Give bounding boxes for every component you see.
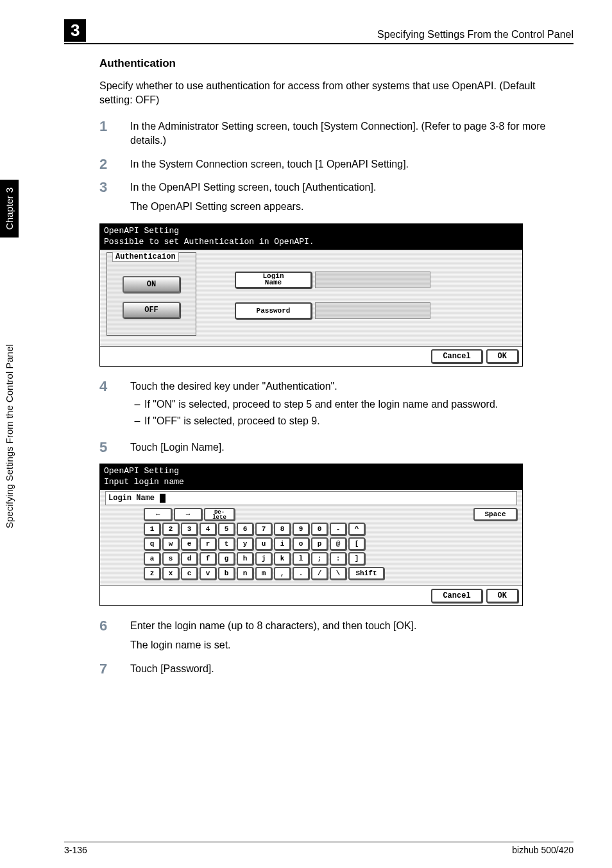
arrow-right-key[interactable]: →	[174, 508, 202, 521]
login-name-field-label: Login Name	[108, 494, 155, 503]
keyboard-key[interactable]: 8	[274, 523, 291, 535]
step-text: Touch [Password].	[130, 662, 567, 676]
screen-subtitle: Possible to set Authentication in OpenAP…	[104, 237, 518, 248]
keyboard-key[interactable]: j	[255, 552, 272, 565]
page-number: 3-136	[64, 845, 87, 855]
screen-subtitle: Input login name	[104, 477, 518, 488]
model-name: bizhub 500/420	[512, 845, 574, 855]
keyboard-key[interactable]: w	[162, 537, 179, 550]
keyboard-key[interactable]: ^	[348, 523, 365, 535]
screen-header: OpenAPI Setting Input login name	[100, 464, 522, 490]
step-text: In the Administrator Setting screen, tou…	[130, 119, 567, 148]
step-number: 3	[99, 180, 130, 214]
keyboard-key[interactable]: o	[293, 537, 309, 550]
step-text-line: The OpenAPI Setting screen appears.	[130, 200, 567, 214]
keyboard-key[interactable]: r	[200, 537, 216, 550]
step-text: Touch the desired key under "Authenticat…	[130, 379, 567, 431]
header-title: Specifying Settings From the Control Pan…	[377, 29, 574, 42]
sub-step-text: If "ON" is selected, proceed to step 5 a…	[144, 397, 498, 412]
keyboard-key[interactable]: :	[330, 552, 346, 565]
keyboard-key[interactable]: n	[237, 567, 253, 580]
keyboard-key[interactable]: -	[330, 523, 346, 535]
keyboard-key[interactable]: ;	[311, 552, 328, 565]
step-text-line: In the OpenAPI Setting screen, touch [Au…	[130, 180, 567, 195]
keyboard-key[interactable]: m	[255, 567, 272, 580]
keyboard-key[interactable]: 0	[311, 523, 328, 535]
login-name-button[interactable]: Login Name	[235, 272, 312, 288]
keyboard-key[interactable]: @	[330, 537, 346, 550]
keyboard-key[interactable]: b	[218, 567, 235, 580]
ok-button[interactable]: OK	[486, 589, 518, 603]
keyboard-key[interactable]: e	[181, 537, 198, 550]
keyboard-key[interactable]: z	[144, 567, 160, 580]
keyboard-key[interactable]: f	[200, 552, 216, 565]
dash-icon: –	[130, 397, 144, 412]
page-header: 3 Specifying Settings From the Control P…	[64, 19, 574, 44]
keyboard-key[interactable]: h	[237, 552, 253, 565]
keyboard-key[interactable]: s	[162, 552, 179, 565]
login-name-input[interactable]	[158, 493, 514, 503]
authentication-label: Authenticaion	[112, 252, 179, 262]
step-text: In the System Connection screen, touch […	[130, 157, 567, 171]
step-text: Touch [Login Name].	[130, 440, 567, 455]
keyboard-key[interactable]: 6	[237, 523, 253, 535]
side-chapter-tab: Chapter 3	[0, 180, 19, 238]
login-name-input-screen: OpenAPI Setting Input login name Login N…	[99, 464, 523, 606]
chapter-number-badge: 3	[64, 19, 86, 42]
cancel-button[interactable]: Cancel	[431, 589, 482, 603]
keyboard-key[interactable]: a	[144, 552, 160, 565]
keyboard-key[interactable]: c	[181, 567, 198, 580]
keyboard-key[interactable]: .	[293, 567, 309, 580]
keyboard-key[interactable]: u	[255, 537, 272, 550]
authentication-panel: Authenticaion ON OFF	[106, 252, 196, 336]
step-number: 5	[99, 440, 130, 455]
text-cursor-icon	[160, 494, 166, 503]
keyboard-key[interactable]: 2	[162, 523, 179, 535]
keyboard-key[interactable]: ,	[274, 567, 291, 580]
shift-key[interactable]: Shift	[348, 567, 384, 580]
space-key[interactable]: Space	[473, 508, 517, 521]
keyboard-key[interactable]: l	[293, 552, 309, 565]
keyboard-key[interactable]: v	[200, 567, 216, 580]
keyboard-key[interactable]: [	[348, 537, 365, 550]
keyboard-key[interactable]: 5	[218, 523, 235, 535]
arrow-left-key[interactable]: ←	[144, 508, 172, 521]
keyboard-key[interactable]: g	[218, 552, 235, 565]
keyboard-key[interactable]: \	[330, 567, 346, 580]
keyboard-key[interactable]: i	[274, 537, 291, 550]
step-number: 7	[99, 662, 130, 676]
auth-off-button[interactable]: OFF	[123, 302, 180, 318]
intro-paragraph: Specify whether to use authentication fo…	[99, 79, 567, 108]
keyboard-key[interactable]: p	[311, 537, 328, 550]
screen-title: OpenAPI Setting	[104, 466, 518, 477]
step-text-line: Touch the desired key under "Authenticat…	[130, 379, 567, 394]
side-section-tab: Specifying Settings From the Control Pan…	[0, 266, 19, 536]
keyboard-key[interactable]: /	[311, 567, 328, 580]
keyboard-key[interactable]: x	[162, 567, 179, 580]
keyboard-key[interactable]: k	[274, 552, 291, 565]
keyboard-key[interactable]: y	[237, 537, 253, 550]
delete-key[interactable]: De- lete	[204, 508, 235, 521]
screen-header: OpenAPI Setting Possible to set Authenti…	[100, 224, 522, 250]
screen-title: OpenAPI Setting	[104, 226, 518, 237]
step-number: 6	[99, 619, 130, 653]
sub-step-text: If "OFF" is selected, proceed to step 9.	[144, 414, 320, 428]
keyboard-key[interactable]: 3	[181, 523, 198, 535]
step-number: 4	[99, 379, 130, 431]
step-number: 1	[99, 119, 130, 148]
keyboard-key[interactable]: 1	[144, 523, 160, 535]
keyboard-key[interactable]: 4	[200, 523, 216, 535]
cancel-button[interactable]: Cancel	[431, 349, 482, 363]
password-value	[315, 302, 430, 319]
keyboard-key[interactable]: 9	[293, 523, 309, 535]
step-number: 2	[99, 157, 130, 171]
auth-on-button[interactable]: ON	[123, 276, 180, 293]
keyboard-key[interactable]: t	[218, 537, 235, 550]
keyboard-key[interactable]: 7	[255, 523, 272, 535]
ok-button[interactable]: OK	[486, 349, 518, 363]
login-name-value	[315, 272, 430, 288]
keyboard-key[interactable]: ]	[348, 552, 365, 565]
keyboard-key[interactable]: q	[144, 537, 160, 550]
keyboard-key[interactable]: d	[181, 552, 198, 565]
password-button[interactable]: Password	[235, 302, 312, 319]
